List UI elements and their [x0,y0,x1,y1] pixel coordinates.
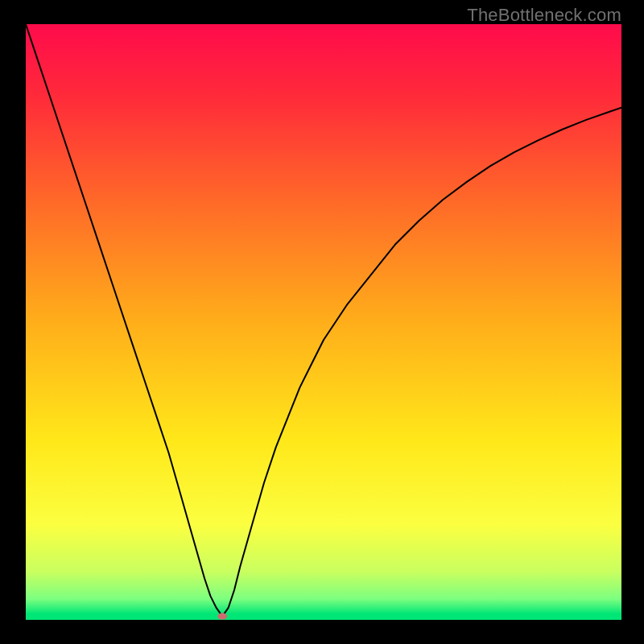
watermark-text: TheBottleneck.com [467,5,621,26]
chart-frame [26,24,621,620]
chart-curve [26,24,621,620]
